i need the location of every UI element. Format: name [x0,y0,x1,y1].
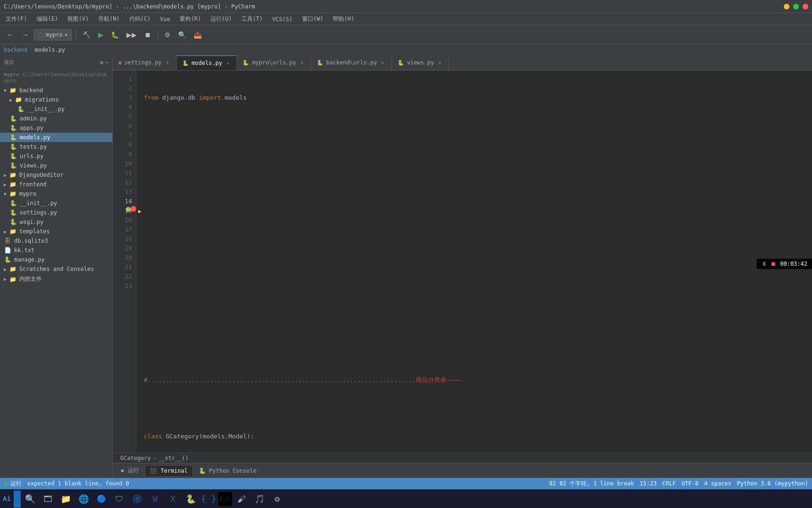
taskbar-ie[interactable]: ⓔ [129,491,146,508]
sidebar-item-admin[interactable]: 🐍 admin.py [0,114,112,123]
menu-navigate[interactable]: 导航(N) [96,14,122,24]
breadcrumb-class[interactable]: GCategory [120,455,151,461]
sidebar-item-tests[interactable]: 🐍 tests.py [0,142,112,151]
taskbar-edge[interactable]: 🌐 [75,491,92,508]
close-button[interactable] [803,4,808,9]
project-selector[interactable]: ⬡ mypro ▾ [34,29,72,40]
tab-close-mypro-urls[interactable]: × [299,59,305,66]
line-ending: CRLF [662,480,676,487]
taskbar-paint[interactable]: 🖌 [233,491,250,508]
sidebar-item-db[interactable]: 🗄 db.sqlite3 [0,236,112,246]
sidebar-item-urls-backend[interactable]: 🐍 urls.py [0,151,112,161]
taskbar-excel[interactable]: X [164,491,181,508]
sidebar-item-djangoueditor[interactable]: ▶ 📁 DjangoUeditor [0,170,112,180]
vcs-button[interactable]: 📤 [191,29,204,40]
line-num-16: 16 [117,215,132,225]
breadcrumb-backend[interactable]: backend [4,47,28,53]
search-button[interactable]: 🔍 [175,29,189,40]
tab-mypro-urls[interactable]: 🐍 mypro\urls.py × [237,56,311,70]
build-button[interactable]: 🔨 [80,29,94,40]
sidebar-item-internal[interactable]: ▶ 📁 内部文件 [0,274,112,285]
menu-file[interactable]: 文件(F) [4,14,29,24]
menu-vcs[interactable]: VCS(S) [270,15,294,24]
debug-stop-button[interactable]: ⏹ [771,261,776,267]
taskbar-search[interactable]: 🔍 [22,491,39,508]
code-line-8 [144,291,808,300]
sidebar-item-scratches[interactable]: ▶ 📁 Scratches and Consoles [0,264,112,274]
sidebar-collapse-icon[interactable]: − [105,59,109,66]
menu-edit[interactable]: 编辑(E) [35,14,60,24]
taskbar-music[interactable]: 🎵 [251,491,268,508]
sidebar-content[interactable]: ▼ 📁 backend ▶ 📁 migrations 🐍 __init__.py… [0,86,112,478]
tab-close-views[interactable]: × [437,59,443,66]
taskbar-explorer[interactable]: 📁 [57,491,74,508]
taskbar-word[interactable]: W [147,491,164,508]
maximize-button[interactable] [793,4,799,9]
tab-close-models[interactable]: × [225,60,231,67]
taskbar-chrome[interactable]: 🔵 [93,491,110,508]
menu-window[interactable]: 窗口(W) [300,14,326,24]
sidebar-item-frontend[interactable]: ▶ 📁 frontend [0,180,112,189]
menu-vue[interactable]: Vue [158,15,172,24]
panel-tab-terminal[interactable]: ⬛ Terminal [145,465,193,476]
tab-views[interactable]: 🐍 views.py × [392,56,449,70]
tab-close-backend-urls[interactable]: × [380,59,386,66]
sidebar-header: 项目 ⚙ − [0,56,112,70]
menu-refactor[interactable]: 重构(R) [178,14,203,24]
breadcrumb-method[interactable]: __str__() [158,455,188,461]
py-icon-init-migrations: 🐍 [17,106,24,112]
line-num-17: 17 [117,225,132,234]
tab-settings[interactable]: ⚙ settings.py × [113,56,177,70]
line-num-3: 3 [117,93,132,103]
menu-help[interactable]: 帮助(H) [331,14,356,24]
settings-button[interactable]: ⚙ [162,29,173,40]
sidebar-item-views[interactable]: 🐍 views.py [0,161,112,170]
sidebar-item-wsgi[interactable]: 🐍 wsgi.py [0,217,112,227]
code-editor[interactable]: 1 2 3 4 5 6 7 8 9 10 11 12 13 14 15 16 1… [113,71,812,452]
expand-arrow-django: ▶ [4,173,7,178]
taskbar-cmd[interactable]: C:\ [218,492,232,506]
sidebar-item-manage[interactable]: 🐍 manage.py [0,255,112,264]
tab-label-mypro-urls: mypro\urls.py [252,59,296,66]
tab-backend-urls[interactable]: 🐍 backend\urls.py × [311,56,392,70]
panel-tab-python-console[interactable]: 🐍 Python Console [194,466,261,476]
label-manage: manage.py [14,256,45,263]
sidebar-item-init-mypro[interactable]: 🐍 __init__.py [0,198,112,208]
run-button[interactable]: ▶ [95,29,106,40]
run-config-button[interactable]: ▶▶ [124,29,140,40]
sidebar-item-kk[interactable]: 📄 kk.txt [0,246,112,255]
sidebar-item-init-migrations[interactable]: 🐍 __init__.py [0,104,112,114]
sidebar-settings-icon[interactable]: ⚙ [100,59,103,66]
txt-icon-kk: 📄 [4,247,11,254]
code-content[interactable]: from django.db import models #..........… [136,71,812,452]
menu-code[interactable]: 代码(C) [127,14,153,24]
line-num-5: 5 [117,112,132,121]
breakpoint-marker-15[interactable] [131,206,136,212]
sidebar-item-models[interactable]: 🐍 models.py [0,133,112,142]
taskbar-taskview[interactable]: 🗔 [39,491,56,508]
minimize-button[interactable] [784,4,789,9]
sidebar-item-settings[interactable]: 🐍 settings.py [0,208,112,217]
tab-close-settings[interactable]: × [164,59,171,66]
back-button[interactable]: ← [4,29,17,41]
menu-run[interactable]: 运行(U) [209,14,234,24]
sidebar-item-migrations[interactable]: ▶ 📁 migrations [0,95,112,104]
sidebar-item-mypro[interactable]: ▼ 📁 mypro [0,189,112,198]
tab-models[interactable]: 🐍 models.py × [177,56,237,70]
panel-tab-run[interactable]: ▶ 运行 [117,465,144,476]
taskbar-vscode[interactable]: { } [200,491,217,508]
menu-tools[interactable]: 工具(T) [240,14,265,24]
line-num-10: 10 [117,159,132,168]
taskbar-pycharm[interactable]: 🐍 [182,491,199,508]
taskbar-360[interactable]: 🛡 [111,491,128,508]
sidebar-item-apps[interactable]: 🐍 apps.py [0,123,112,133]
stop-run[interactable]: ⏹ [141,29,154,40]
sidebar-item-backend[interactable]: ▼ 📁 backend [0,86,112,95]
debug-button[interactable]: 🐛 [108,29,122,40]
debug-pause-button[interactable]: ⏸ [761,261,767,267]
forward-button[interactable]: → [19,29,32,41]
menu-view[interactable]: 视图(V) [65,14,91,24]
sidebar-item-templates[interactable]: ▶ 📁 templates [0,227,112,236]
tab-icon-mypro-urls: 🐍 [242,60,249,66]
taskbar-settings-sys[interactable]: ⚙ [269,491,286,508]
